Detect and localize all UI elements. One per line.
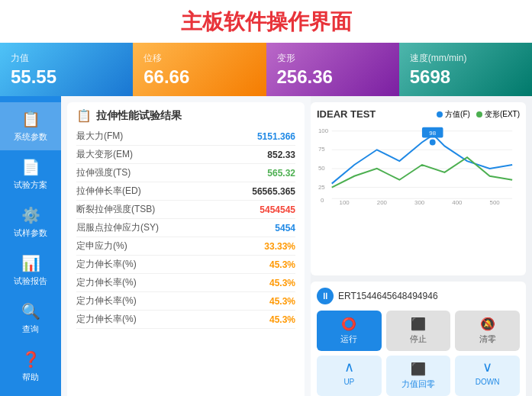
control-id-row: ⏸ ERT1544645648494946	[317, 288, 520, 304]
result-row: 定力伸长率(%) 45.3%	[76, 256, 295, 274]
sidebar-label-2: 试样参数	[14, 227, 47, 239]
metric-value: 66.66	[143, 66, 255, 88]
metric-value: 5698	[410, 66, 521, 88]
chart-header: IDEAR TEST 方值(F) 变形(EXT)	[317, 108, 520, 120]
svg-text:25: 25	[318, 184, 325, 191]
result-label: 最大变形(EM)	[76, 148, 133, 161]
metric-value: 256.36	[277, 66, 389, 88]
control-row-2: ∧ UP ⬛ 力值回零 ∨ DOWN	[317, 356, 520, 396]
result-label: 断裂拉伸强度(TSB)	[76, 203, 155, 216]
result-value: 45.3%	[269, 296, 295, 307]
metric-card-deform: 变形 256.36	[266, 43, 399, 96]
result-row: 定申应力(%) 33.33%	[76, 237, 295, 256]
result-row: 断裂拉伸强度(TSB) 5454545	[76, 201, 295, 219]
result-value: 45.3%	[269, 259, 295, 270]
metric-label: 变形	[277, 52, 389, 65]
result-row: 最大力(FM) 5151.366	[76, 127, 295, 146]
sidebar-label-1: 试验方案	[14, 179, 47, 191]
result-label: 最大力(FM)	[76, 130, 123, 143]
sidebar-icon-5: ❓	[21, 350, 40, 369]
run-button[interactable]: ⭕ 运行	[317, 311, 382, 351]
sidebar-label-3: 试验报告	[14, 275, 47, 287]
legend-label: 方值(F)	[445, 109, 470, 120]
result-value: 5454545	[260, 204, 295, 215]
down-button[interactable]: ∨ DOWN	[455, 356, 520, 396]
svg-text:0: 0	[321, 197, 324, 204]
sidebar-item-4[interactable]: 🔍 查询	[0, 295, 61, 343]
svg-text:400: 400	[452, 199, 463, 206]
sidebar-item-1[interactable]: 📄 试验方案	[0, 150, 61, 198]
results-title: 📋 拉伸性能试验结果	[76, 108, 295, 123]
metric-value: 55.55	[11, 66, 122, 88]
sidebar-label-5: 帮助	[22, 372, 39, 383]
result-value: 56565.365	[252, 186, 295, 197]
metric-card-force: 力值 55.55	[0, 43, 133, 96]
chart-svg: 100 75 50 25 0 100 200 300 400 500	[317, 123, 520, 207]
sidebar: 📋 系统参数 📄 试验方案 ⚙️ 试样参数 📊 试验报告 🔍 查询 ❓ 帮助	[0, 96, 61, 396]
result-row: 定力伸长率(%) 45.3%	[76, 292, 295, 311]
control-id-text: ERT1544645648494946	[338, 291, 438, 301]
svg-point-17	[430, 140, 436, 146]
sidebar-label-0: 系统参数	[14, 131, 47, 143]
result-label: 定力伸长率(%)	[76, 313, 137, 326]
control-panel: ⏸ ERT1544645648494946 ⭕ 运行 ⬛ 停止 🔕 清零	[311, 282, 526, 396]
result-value: 852.33	[267, 150, 295, 160]
svg-text:75: 75	[318, 146, 325, 153]
up-button[interactable]: ∧ UP	[317, 356, 382, 396]
result-value: 5454	[275, 223, 295, 233]
result-label: 拉伸伸长率(ED)	[76, 185, 141, 198]
sidebar-icon-2: ⚙️	[21, 206, 40, 224]
sidebar-icon-1: 📄	[21, 158, 40, 176]
clear-icon: 🔕	[480, 317, 495, 331]
sidebar-icon-0: 📋	[21, 110, 40, 128]
reset-button[interactable]: ⬛ 力值回零	[386, 356, 451, 396]
svg-text:50: 50	[318, 165, 325, 172]
result-label: 定力伸长率(%)	[76, 276, 137, 289]
svg-text:100: 100	[318, 127, 329, 134]
control-row-1: ⭕ 运行 ⬛ 停止 🔕 清零	[317, 311, 520, 351]
sidebar-label-4: 查询	[22, 324, 39, 335]
result-row: 屈服点拉伸应力(SY) 5454	[76, 219, 295, 237]
result-row: 拉伸强度(TS) 565.32	[76, 164, 295, 182]
reset-icon: ⬛	[411, 362, 426, 376]
stop-button[interactable]: ⬛ 停止	[386, 311, 451, 351]
legend-dot	[437, 111, 443, 118]
results-title-icon: 📋	[76, 108, 92, 123]
sidebar-icon-3: 📊	[21, 254, 40, 272]
stop-icon: ⬛	[411, 317, 426, 331]
sidebar-item-2[interactable]: ⚙️ 试样参数	[0, 198, 61, 246]
up-icon: ∧	[344, 359, 354, 375]
svg-text:300: 300	[414, 199, 425, 206]
metric-label: 位移	[143, 52, 255, 65]
result-value: 45.3%	[269, 314, 295, 325]
down-icon: ∨	[482, 359, 492, 375]
sidebar-item-5[interactable]: ❓ 帮助	[0, 343, 61, 391]
chart-legend: 方值(F) 变形(EXT)	[437, 109, 520, 120]
legend-item: 方值(F)	[437, 109, 470, 120]
svg-text:500: 500	[490, 199, 501, 206]
main-content: 📋 拉伸性能试验结果 最大力(FM) 5151.366 最大变形(EM) 852…	[61, 96, 311, 396]
result-label: 定力伸长率(%)	[76, 258, 137, 271]
result-row: 最大变形(EM) 852.33	[76, 146, 295, 164]
result-value: 33.33%	[264, 241, 295, 252]
right-panel: IDEAR TEST 方值(F) 变形(EXT) 100 75 50 25 0 …	[311, 96, 532, 396]
metric-label: 速度(mm/min)	[410, 52, 521, 65]
run-icon: ⭕	[341, 317, 356, 331]
sidebar-icon-4: 🔍	[21, 302, 40, 320]
metrics-row: 力值 55.55 位移 66.66 变形 256.36 速度(mm/min) 5…	[0, 43, 532, 96]
result-row: 拉伸伸长率(ED) 56565.365	[76, 182, 295, 201]
result-label: 定力伸长率(%)	[76, 295, 137, 307]
legend-item: 变形(EXT)	[476, 109, 520, 120]
sidebar-item-3[interactable]: 📊 试验报告	[0, 246, 61, 295]
chart-panel: IDEAR TEST 方值(F) 变形(EXT) 100 75 50 25 0 …	[311, 102, 526, 275]
result-value: 45.3%	[269, 278, 295, 288]
control-id-icon: ⏸	[317, 288, 334, 304]
result-row: 定力伸长率(%) 45.3%	[76, 274, 295, 292]
metric-label: 力值	[11, 52, 122, 65]
result-row: 定力伸长率(%) 45.3%	[76, 311, 295, 329]
result-label: 定申应力(%)	[76, 240, 127, 253]
page-title: 主板软件操作界面	[0, 0, 532, 43]
sidebar-item-0[interactable]: 📋 系统参数	[0, 102, 61, 150]
clear-button[interactable]: 🔕 清零	[455, 311, 520, 351]
result-label: 拉伸强度(TS)	[76, 166, 131, 179]
